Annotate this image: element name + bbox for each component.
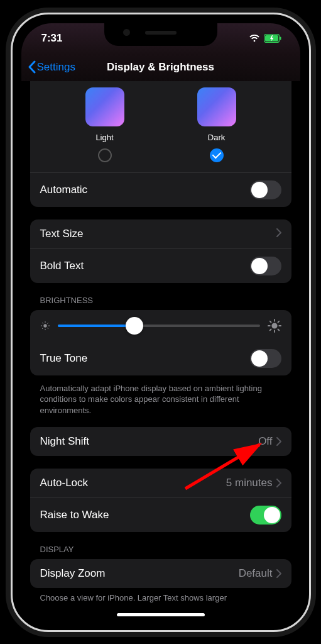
auto-lock-value: 5 minutes [226,477,273,489]
night-shift-row[interactable]: Night Shift Off [30,427,291,456]
back-label: Settings [37,61,75,74]
brightness-slider-row [30,310,291,341]
raise-to-wake-toggle[interactable] [250,506,281,525]
dark-preview [197,87,236,126]
chevron-left-icon [28,60,36,74]
svg-line-8 [42,323,43,323]
text-size-label: Text Size [40,228,84,240]
status-time: 7:31 [41,32,63,45]
svg-line-17 [269,321,271,322]
nav-bar: Settings Display & Brightness [21,53,300,81]
display-zoom-label: Display Zoom [40,567,106,580]
automatic-row: Automatic [30,172,291,207]
night-shift-group: Night Shift Off [30,427,291,456]
night-shift-label: Night Shift [40,435,89,448]
true-tone-toggle[interactable] [250,349,281,368]
chevron-right-icon [276,228,281,240]
appearance-light[interactable]: Light [85,87,124,162]
content: Light Dark Automatic Text Size [21,81,300,608]
light-radio[interactable] [98,148,112,162]
svg-line-20 [278,321,279,322]
true-tone-row: True Tone [30,341,291,375]
dark-label: Dark [197,133,236,142]
wifi-icon [249,34,260,42]
true-tone-label: True Tone [40,352,88,365]
automatic-toggle[interactable] [250,180,281,199]
svg-line-9 [47,328,48,328]
svg-point-12 [271,323,277,328]
auto-lock-group: Auto-Lock 5 minutes Raise to Wake [30,469,291,532]
back-button[interactable]: Settings [28,60,75,74]
power-button [310,179,311,241]
display-zoom-group: Display Zoom Default [30,559,291,588]
brightness-slider[interactable] [58,325,260,327]
raise-to-wake-label: Raise to Wake [40,509,109,521]
appearance-dark[interactable]: Dark [197,87,236,162]
bold-text-toggle[interactable] [250,257,281,275]
automatic-label: Automatic [40,184,88,196]
sun-small-icon [40,321,50,331]
raise-to-wake-row: Raise to Wake [30,497,291,532]
silence-switch [11,123,11,143]
phone-frame: 7:31 Settings Display & Bri [11,13,311,632]
home-indicator[interactable] [117,613,205,616]
brightness-footer: Automatically adapt iPhone display based… [30,379,291,416]
svg-point-3 [43,324,46,327]
slider-fill [58,325,134,327]
display-zoom-footer: Choose a view for iPhone. Larger Text sh… [30,589,291,602]
svg-line-10 [42,328,43,328]
sun-large-icon [268,319,281,333]
display-zoom-row[interactable]: Display Zoom Default [30,559,291,588]
volume-down-button [11,208,11,247]
text-size-row[interactable]: Text Size [30,219,291,248]
chevron-right-icon [276,437,281,446]
appearance-row: Light Dark [30,81,291,172]
chevron-right-icon [276,479,281,487]
battery-charging-icon [264,34,281,43]
text-group: Text Size Bold Text [30,219,291,283]
dark-radio[interactable] [210,148,224,162]
bold-text-label: Bold Text [40,260,84,272]
svg-line-19 [269,329,271,330]
volume-up-button [11,160,11,199]
night-shift-value: Off [258,435,272,448]
chevron-right-icon [276,569,281,578]
brightness-header: BRIGHTNESS [30,296,291,310]
brightness-group: True Tone [30,310,291,375]
notch [104,23,217,46]
display-header: DISPLAY [30,545,291,559]
bold-text-row: Bold Text [30,248,291,283]
auto-lock-label: Auto-Lock [40,477,89,489]
display-zoom-value: Default [239,567,273,580]
light-preview [85,87,124,126]
svg-line-18 [278,329,279,330]
auto-lock-row[interactable]: Auto-Lock 5 minutes [30,469,291,497]
light-label: Light [85,133,124,142]
svg-line-11 [47,323,48,323]
slider-thumb[interactable] [126,317,143,335]
appearance-group: Light Dark Automatic [30,81,291,207]
screen: 7:31 Settings Display & Bri [21,23,300,621]
svg-rect-2 [280,36,281,40]
